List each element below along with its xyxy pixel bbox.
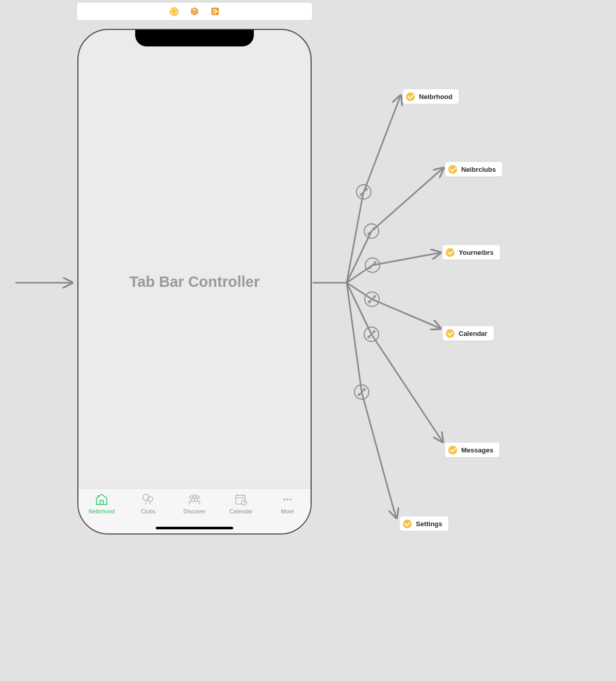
home-indicator xyxy=(156,527,233,529)
controller-icon xyxy=(448,165,457,174)
dest-messages[interactable]: Messages xyxy=(445,442,500,458)
exit-icon[interactable] xyxy=(210,7,220,16)
tab-label: Clubs xyxy=(141,508,155,514)
dest-label: Neibrhood xyxy=(419,93,452,101)
tab-label: Neibrhood xyxy=(89,508,115,514)
tab-label: Calendar xyxy=(230,508,253,514)
svg-line-7 xyxy=(368,228,375,235)
dest-neibrclubs[interactable]: Neibrclubs xyxy=(445,161,502,177)
svg-line-19 xyxy=(368,331,375,338)
svg-point-21 xyxy=(373,331,376,333)
controller-icon xyxy=(403,520,412,528)
dest-label: Yourneibrs xyxy=(459,249,494,256)
tree-icon xyxy=(140,492,156,507)
screen-title: Tab Bar Controller xyxy=(129,273,260,290)
svg-point-10 xyxy=(365,258,380,272)
svg-point-4 xyxy=(360,193,363,196)
phone-notch xyxy=(135,29,254,46)
dest-label: Messages xyxy=(461,446,493,454)
svg-point-35 xyxy=(286,498,288,500)
calendar-icon xyxy=(233,492,249,507)
controller-icon xyxy=(448,446,457,455)
svg-point-31 xyxy=(196,496,199,499)
svg-point-30 xyxy=(193,495,196,498)
dest-yourneibrs[interactable]: Yourneibrs xyxy=(442,245,500,260)
dest-calendar[interactable]: Calendar xyxy=(442,326,494,341)
controller-icon xyxy=(406,92,415,101)
dest-label: Neibrclubs xyxy=(461,166,496,173)
svg-point-2 xyxy=(356,185,371,199)
svg-point-14 xyxy=(365,292,379,306)
svg-point-18 xyxy=(364,327,379,342)
dest-neibrhood[interactable]: Neibrhood xyxy=(402,89,459,104)
svg-point-34 xyxy=(283,498,285,500)
svg-point-36 xyxy=(289,498,291,500)
svg-point-20 xyxy=(368,336,370,338)
house-icon xyxy=(94,492,109,507)
tab-label: More xyxy=(281,508,294,514)
dest-label: Calendar xyxy=(459,330,488,337)
svg-point-6 xyxy=(364,224,379,238)
tab-more[interactable]: More xyxy=(264,492,311,533)
svg-point-8 xyxy=(368,233,370,235)
svg-point-17 xyxy=(374,296,376,298)
svg-point-29 xyxy=(190,496,193,499)
controller-icon xyxy=(446,329,455,338)
svg-point-16 xyxy=(368,301,371,303)
svg-line-11 xyxy=(369,262,376,269)
svg-point-25 xyxy=(363,388,366,391)
dest-settings[interactable]: Settings xyxy=(399,516,449,531)
svg-point-13 xyxy=(374,262,377,264)
tab-label: Discover xyxy=(184,508,206,514)
tab-neibrhood[interactable]: Neibrhood xyxy=(78,492,125,533)
svg-line-15 xyxy=(368,296,376,303)
svg-point-5 xyxy=(365,188,368,191)
people-icon xyxy=(187,492,202,507)
controller-icon xyxy=(446,248,455,257)
svg-point-24 xyxy=(358,394,361,396)
svg-point-9 xyxy=(373,228,376,230)
svg-point-22 xyxy=(354,385,369,399)
object-icon[interactable] xyxy=(190,7,199,16)
svg-line-3 xyxy=(360,188,367,196)
dest-label: Settings xyxy=(416,520,442,528)
svg-point-12 xyxy=(369,267,371,269)
more-icon xyxy=(280,492,295,507)
svg-line-23 xyxy=(358,388,365,396)
phone-frame: Tab Bar Controller Neibrhood Clubs Disco… xyxy=(77,29,312,534)
scene-icon[interactable] xyxy=(169,7,179,16)
scene-toolbar[interactable] xyxy=(76,2,313,21)
